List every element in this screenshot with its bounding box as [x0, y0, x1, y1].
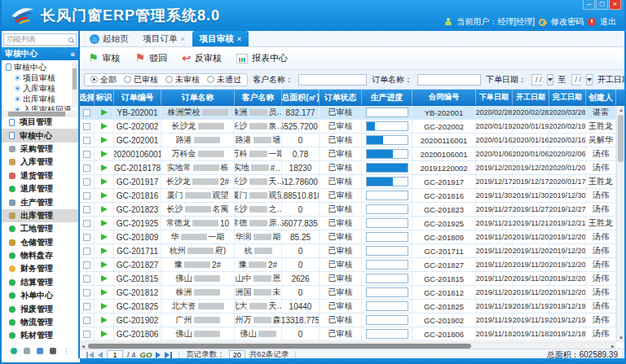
- row-checkbox[interactable]: [83, 206, 90, 213]
- row-checkbox[interactable]: [83, 220, 90, 227]
- order-date-from-input[interactable]: / /: [531, 74, 542, 86]
- close-tab-icon[interactable]: ×: [181, 35, 185, 43]
- table-row[interactable]: GC-202001路港路港墙0已审核202001160012020/01/162…: [80, 134, 616, 147]
- row-checkbox[interactable]: [83, 123, 90, 130]
- close-button[interactable]: ×: [609, 0, 621, 10]
- radio-audited[interactable]: 已审核: [124, 74, 158, 86]
- table-row[interactable]: GC-201711杭州府)杭0已审核GC-2017112019/11/20201…: [80, 244, 616, 258]
- column-header-订单状态[interactable]: 订单状态: [320, 90, 362, 105]
- row-checkbox[interactable]: [83, 248, 90, 255]
- tab-project-audit[interactable]: 项目审核×: [192, 31, 249, 46]
- collapse-icon[interactable]: «: [70, 50, 75, 59]
- table-row[interactable]: GC-201925常德龙10常德原…266077.835…已审核GC-20192…: [80, 217, 616, 230]
- sidebar-item-退库管理[interactable]: 退库管理: [2, 182, 78, 195]
- table-row[interactable]: GC-201816厦门观望厦门观望188510.818已审核GC-2018162…: [80, 189, 616, 203]
- sidebar-item-退货管理[interactable]: 退货管理: [2, 169, 78, 182]
- column-header-开工日期[interactable]: 开工日期: [513, 90, 549, 105]
- report-center-button[interactable]: 报表中心: [236, 52, 288, 64]
- column-header-订单名称[interactable]: 订单名称: [161, 90, 235, 105]
- vertical-scroll-thumb[interactable]: [618, 115, 624, 162]
- cart-icon[interactable]: [24, 348, 30, 354]
- radio-unaudited[interactable]: 未审核: [165, 74, 200, 86]
- table-row[interactable]: GC-201825北大资北大天…10440已审核GC-2018252019/11…: [80, 300, 616, 314]
- row-checkbox[interactable]: [83, 317, 90, 324]
- row-checkbox[interactable]: [83, 109, 90, 116]
- table-row[interactable]: GC-2018178实地常栋实地#…18230已审核20191220002201…: [80, 161, 616, 175]
- dot-icon[interactable]: [11, 348, 17, 354]
- column-header-生产进度[interactable]: 生产进度: [362, 90, 412, 105]
- column-header-下单日期[interactable]: 下单日期: [476, 90, 513, 105]
- order-name-input[interactable]: [417, 74, 481, 86]
- sidebar-item-项目管理[interactable]: 项目管理: [2, 116, 78, 129]
- row-checkbox[interactable]: [83, 261, 90, 269]
- unaudit-button[interactable]: ↩反审核: [182, 52, 222, 64]
- table-row[interactable]: GC-201917长沙龙2#长沙天…8512.78600…已审核GC-20191…: [80, 175, 616, 189]
- column-header-合同编号[interactable]: 合同编号: [412, 90, 476, 105]
- sidebar-item-生产管理[interactable]: 生产管理: [2, 195, 78, 208]
- row-checkbox[interactable]: [83, 151, 90, 158]
- order-date-to-input[interactable]: / /: [571, 74, 582, 86]
- table-row[interactable]: YB-202001株洲荣校株洲员…832.177已审核YB-2020012020…: [80, 106, 616, 120]
- table-horizontal-scrollbar[interactable]: ◀ ▶: [80, 342, 616, 349]
- table-row[interactable]: GC-201823长沙名寓长沙之…0已审核GC-2018232019/11/27…: [80, 203, 616, 217]
- audit-button[interactable]: ⚑审核: [88, 52, 121, 64]
- tab-home[interactable]: ⌂起始页: [82, 31, 136, 46]
- sidebar-item-工地管理[interactable]: 工地管理: [2, 222, 78, 235]
- table-vertical-scrollbar[interactable]: ▲ ▼: [616, 106, 624, 342]
- last-page-button[interactable]: [165, 352, 172, 358]
- function-search-input[interactable]: 功能列表: [3, 33, 77, 46]
- sidebar-item-耗材管理[interactable]: 耗材管理: [2, 329, 78, 342]
- minimize-button[interactable]: –: [583, 0, 595, 10]
- tree-node-入库审核[interactable]: 入库审核: [6, 83, 70, 94]
- row-checkbox[interactable]: [83, 234, 90, 241]
- sidebar-item-物流管理[interactable]: 物流管理: [2, 316, 78, 329]
- customer-name-input[interactable]: [298, 74, 367, 86]
- sidebar-item-出库管理[interactable]: 出库管理: [2, 209, 78, 222]
- table-row[interactable]: GC-201827豫2#豫2#0已审核GC-2018272019/11/2020…: [80, 258, 616, 272]
- row-checkbox[interactable]: [83, 289, 90, 296]
- sidebar-item-补单中心[interactable]: 补单中心: [2, 289, 78, 302]
- order-date-to-dropdown[interactable]: [586, 74, 593, 86]
- sidebar-item-采购管理[interactable]: 采购管理: [2, 143, 78, 156]
- table-row[interactable]: GC-201902广州广州万森林13318.775已审核GC-201902201…: [80, 314, 616, 327]
- row-checkbox[interactable]: [83, 164, 90, 172]
- sidebar-item-仓储管理[interactable]: 仓储管理: [2, 236, 78, 249]
- reject-button[interactable]: ⚑驳回: [135, 52, 168, 64]
- maximize-button[interactable]: □: [596, 0, 608, 10]
- radio-rejected[interactable]: 未通过: [207, 74, 241, 86]
- table-row[interactable]: GC-201809华一期华润期85.25已审核GC-2018092019/11/…: [80, 230, 616, 244]
- edit-icon[interactable]: [37, 348, 43, 354]
- first-page-button[interactable]: [86, 352, 94, 358]
- table-row[interactable]: GC-202002长沙龙长沙泉…65525.7200…已审核GC-2020022…: [80, 120, 616, 134]
- logout-button[interactable]: 退出: [600, 16, 616, 28]
- sidebar-item-入库管理[interactable]: 入库管理: [2, 156, 78, 169]
- sidebar-item-物料盘存[interactable]: 物料盘存: [2, 249, 78, 262]
- close-tab-icon[interactable]: ×: [237, 35, 241, 43]
- tree-node-出库审核[interactable]: 出库审核: [6, 94, 70, 104]
- order-date-from-dropdown[interactable]: [547, 74, 553, 86]
- row-checkbox[interactable]: [83, 192, 90, 200]
- row-checkbox[interactable]: [83, 275, 90, 283]
- tree-vertical-scrollbar[interactable]: [72, 62, 77, 107]
- table-row[interactable]: 20200106001万科金万科一期0.78已审核202001060012020…: [80, 147, 616, 161]
- column-header-标识[interactable]: 标识: [95, 90, 114, 105]
- user-icon[interactable]: [50, 348, 56, 354]
- column-header-选择[interactable]: 选择: [80, 90, 95, 105]
- table-row[interactable]: GC-201812株洲株洲国未来0已审核GC-2018122019/11/202…: [80, 286, 616, 300]
- column-header-客户名称[interactable]: 客户名称: [235, 90, 282, 105]
- tree-node-入库审核回退[interactable]: 入库审核回退: [6, 104, 70, 111]
- sidebar-item-报废管理[interactable]: 报废管理: [2, 302, 78, 315]
- scroll-down-icon[interactable]: ▼: [617, 334, 625, 342]
- sidebar-item-结算管理[interactable]: 结算管理: [2, 276, 78, 289]
- radio-all[interactable]: 全部: [90, 74, 117, 86]
- column-header-创建人[interactable]: 创建人: [586, 90, 616, 105]
- table-row[interactable]: GC-201815佛山佛山中恩库2626已审核GC-2018152019/11/…: [80, 272, 616, 286]
- row-checkbox[interactable]: [83, 303, 90, 310]
- sidebar-item-财务管理[interactable]: 财务管理: [2, 262, 78, 275]
- sidebar-item-审核中心[interactable]: 审核中心: [2, 129, 78, 142]
- column-header-总面积(㎡)[interactable]: 总面积(㎡): [282, 90, 320, 105]
- prev-page-button[interactable]: [98, 352, 103, 358]
- tab-project-orders[interactable]: 项目订单×: [136, 31, 192, 46]
- column-header-订单编号[interactable]: 订单编号: [114, 90, 161, 105]
- tree-node-项目审核[interactable]: 项目审核: [6, 72, 70, 83]
